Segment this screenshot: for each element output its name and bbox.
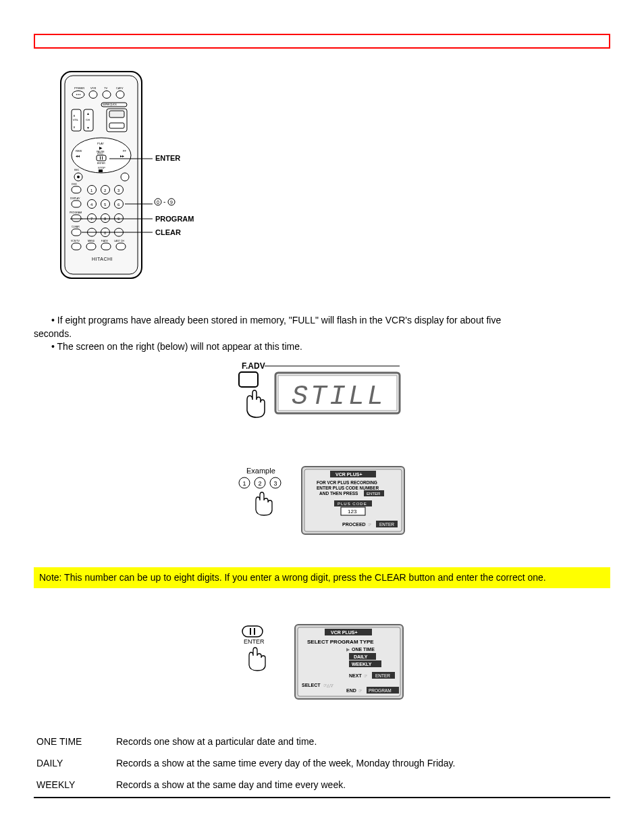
svg-rect-100 (239, 372, 258, 387)
svg-text:9: 9 (170, 200, 173, 205)
def-desc: Records one show at a particular date an… (113, 732, 610, 754)
svg-text:PROGRAM: PROGRAM (70, 211, 82, 214)
table-row: DAILY Records a show at the same time ev… (34, 754, 610, 775)
table-row: WEEKLY Records a show at the same day an… (34, 775, 610, 798)
svg-text:☞: ☞ (368, 523, 371, 527)
svg-rect-70 (72, 229, 81, 236)
svg-text:HITACHI: HITACHI (92, 257, 113, 261)
svg-text:PROCEED: PROCEED (342, 522, 366, 527)
svg-text:AND THEN PRESS: AND THEN PRESS (319, 491, 358, 496)
svg-rect-24 (109, 111, 124, 118)
def-term: WEEKLY (34, 775, 113, 798)
svg-text:ENTER: ENTER (244, 638, 265, 645)
fadv-figure: F.ADV STILL (34, 361, 610, 437)
bullet-text-cont: seconds. (34, 328, 72, 339)
svg-text:PLUS  CODE: PLUS CODE (338, 502, 367, 506)
svg-text:∧: ∧ (73, 113, 76, 118)
svg-text:VCR PLUS+: VCR PLUS+ (336, 472, 362, 477)
svg-text:STILL: STILL (97, 153, 103, 155)
svg-text:◂◂: ◂◂ (76, 154, 80, 158)
svg-text:PLAY: PLAY (97, 142, 104, 145)
svg-text:SUPER QUICK: SUPER QUICK (103, 103, 117, 106)
svg-text:∨: ∨ (73, 125, 76, 129)
svg-text:FF: FF (123, 149, 126, 153)
svg-text:Example: Example (246, 467, 275, 475)
svg-text:VCR: VCR (90, 86, 97, 90)
svg-point-12 (116, 91, 124, 99)
callout-enter: ENTER (155, 154, 180, 162)
svg-point-9 (80, 94, 81, 95)
svg-text:▶: ▶ (99, 146, 103, 150)
svg-rect-81 (101, 243, 111, 250)
svg-text:DAILY: DAILY (354, 654, 368, 659)
svg-text:CATV: CATV (116, 86, 124, 90)
svg-text:☞: ☞ (358, 689, 362, 693)
svg-text:▲: ▲ (86, 111, 90, 115)
svg-text:PROGRAM: PROGRAM (369, 688, 392, 693)
svg-text:DISC: DISC (72, 183, 78, 186)
svg-text:LAST CH: LAST CH (114, 240, 124, 242)
svg-rect-46 (72, 186, 81, 193)
svg-text:VCR PLUS+: VCR PLUS+ (331, 630, 357, 635)
svg-rect-35 (97, 155, 106, 161)
svg-text:0: 0 (157, 200, 159, 205)
svg-text:SELECT: SELECT (302, 683, 321, 687)
def-desc: Records a show at the same day and time … (113, 775, 610, 798)
svg-text:☞△▽: ☞△▽ (323, 683, 333, 687)
svg-rect-82 (116, 243, 126, 250)
program-type-definitions: ONE TIME Records one show at a particula… (34, 732, 610, 798)
callout-clear: CLEAR (155, 228, 181, 236)
svg-rect-54 (72, 201, 81, 207)
svg-text:POWER: POWER (74, 86, 84, 90)
svg-point-7 (78, 94, 79, 95)
bullet-text: The screen on the right (below) will not… (57, 341, 302, 352)
svg-text:TV: TV (104, 86, 107, 90)
svg-text:2: 2 (259, 480, 262, 487)
svg-text:F.ADV: F.ADV (101, 240, 109, 242)
svg-text:DISPLAY: DISPLAY (70, 197, 80, 200)
svg-text:VOL: VOL (73, 118, 79, 122)
svg-text:CLEAR: CLEAR (72, 226, 80, 228)
svg-text:☞: ☞ (364, 674, 367, 678)
svg-text:1: 1 (243, 480, 246, 487)
pluscode-figure: Example 1 2 3 VCR PLUS+ FOR VCR PLUS REC… (34, 464, 610, 540)
def-desc: Records a show at the same time every da… (113, 754, 610, 775)
svg-rect-25 (109, 123, 124, 128)
svg-point-44 (121, 173, 129, 181)
yellow-note: Note: This number can be up to eight dig… (34, 567, 610, 589)
svg-text:ENTER: ENTER (375, 673, 390, 678)
svg-text:123: 123 (348, 509, 357, 515)
svg-text:VCR/TV: VCR/TV (71, 240, 80, 242)
svg-text:ONE TIME: ONE TIME (352, 647, 375, 652)
def-term: ONE TIME (34, 732, 113, 754)
svg-text:STOP: STOP (98, 166, 105, 170)
svg-text:FOR VCR PLUS RECORDING: FOR VCR PLUS RECORDING (317, 480, 377, 485)
remote-illustration: POWER VCR TV CATV SUPER QUICK ∧ VOL ∨ ▲ … (47, 69, 610, 287)
svg-point-11 (103, 91, 111, 99)
svg-text:CH: CH (86, 118, 90, 122)
svg-text:ENTER: ENTER (367, 492, 381, 496)
progtype-figure: ENTER VCR PLUS+ SELECT PROGRAM TYPE ▶ ON… (34, 622, 610, 705)
svg-text:STILL: STILL (292, 382, 386, 412)
svg-point-10 (89, 91, 97, 99)
svg-text:REC: REC (74, 169, 80, 172)
bullet-text: If eight programs have already been stor… (57, 315, 501, 325)
remote-svg: POWER VCR TV CATV SUPER QUICK ∧ VOL ∨ ▲ … (47, 69, 236, 285)
svg-text:▸▸: ▸▸ (120, 154, 124, 158)
svg-rect-80 (86, 243, 96, 250)
def-term: DAILY (34, 754, 113, 775)
red-header-bar (34, 34, 610, 49)
svg-text:END: END (346, 688, 356, 693)
svg-text:MENU: MENU (88, 240, 95, 242)
svg-text:ENTER: ENTER (97, 162, 105, 165)
svg-text:ENTER PLUS CODE NUMBER: ENTER PLUS CODE NUMBER (317, 486, 379, 490)
svg-text:SELECT PROGRAM TYPE: SELECT PROGRAM TYPE (307, 639, 374, 645)
svg-rect-62 (72, 215, 81, 221)
svg-text:ENTER: ENTER (379, 522, 394, 527)
svg-text:WEEKLY: WEEKLY (352, 662, 372, 667)
svg-rect-79 (72, 243, 81, 250)
svg-text:REW: REW (76, 149, 82, 153)
svg-point-8 (76, 94, 78, 95)
table-row: ONE TIME Records one show at a particula… (34, 732, 610, 754)
svg-point-42 (77, 176, 80, 178)
